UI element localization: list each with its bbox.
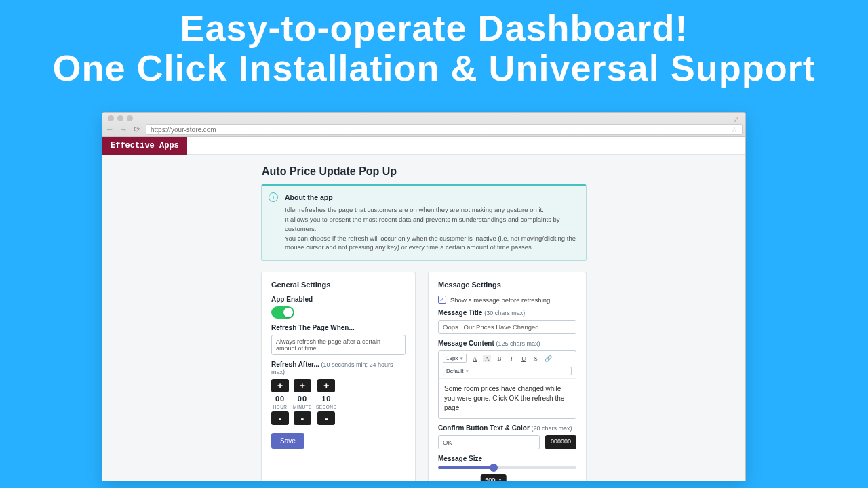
expand-icon[interactable]: ⤢ xyxy=(733,115,741,123)
refresh-after-label: Refresh After... (10 seconds min; 24 hou… xyxy=(271,361,406,375)
slider-thumb[interactable] xyxy=(490,464,498,472)
strike-icon[interactable]: S xyxy=(532,355,540,362)
second-value: 10 xyxy=(321,394,331,403)
highlight-icon[interactable]: A xyxy=(483,355,491,362)
checkbox-icon: ✓ xyxy=(438,296,446,304)
page-title: Auto Price Update Pop Up xyxy=(262,165,745,178)
refresh-when-label: Refresh The Page When... xyxy=(271,324,406,331)
browser-window: ⤢ ← → ⟳ https://your-store.com ☆ Effecti… xyxy=(102,112,746,481)
second-minus-button[interactable]: - xyxy=(317,411,335,425)
underline-icon[interactable]: U xyxy=(519,355,528,362)
hero-line-1: Easy-to-operate Dashboard! xyxy=(0,8,868,48)
italic-icon[interactable]: I xyxy=(507,355,515,362)
second-unit: SECOND xyxy=(316,405,337,409)
link-icon[interactable]: 🔗 xyxy=(544,355,552,362)
forward-icon[interactable]: → xyxy=(119,125,128,134)
font-color-icon[interactable]: A xyxy=(471,355,479,362)
message-title-input[interactable] xyxy=(438,320,576,334)
about-line-3: You can choose if the refresh will occur… xyxy=(285,234,578,253)
slider-tooltip: 500px xyxy=(480,474,507,481)
message-title-label: Message Title (30 chars max) xyxy=(438,309,576,317)
message-settings-card: Message Settings ✓ Show a message before… xyxy=(428,272,587,481)
confirm-label: Confirm Button Text & Color (20 chars ma… xyxy=(438,424,576,432)
second-plus-button[interactable]: + xyxy=(317,379,335,392)
address-url: https://your-store.com xyxy=(151,125,216,134)
brand-chip: Effective Apps xyxy=(102,137,187,155)
minimize-dot[interactable] xyxy=(117,115,123,121)
message-size-slider[interactable]: 500px xyxy=(438,466,576,469)
address-bar[interactable]: https://your-store.com ☆ xyxy=(146,124,743,135)
close-dot[interactable] xyxy=(108,115,114,121)
minute-minus-button[interactable]: - xyxy=(294,411,311,425)
app-topbar: Effective Apps xyxy=(102,137,745,155)
font-family-select[interactable]: Default▾ xyxy=(443,367,572,375)
general-settings-card: General Settings App Enabled Refresh The… xyxy=(261,272,416,481)
minute-plus-button[interactable]: + xyxy=(294,379,311,392)
app-enabled-toggle[interactable] xyxy=(271,306,294,319)
hour-value: 00 xyxy=(275,394,285,403)
about-line-1: Idler refreshes the page that customers … xyxy=(285,205,578,215)
hour-minus-button[interactable]: - xyxy=(271,411,289,425)
rich-text-editor: 18px▾ A A B I U S 🔗 Default▾ S xyxy=(438,350,576,419)
page-content: Auto Price Update Pop Up i About the app… xyxy=(102,155,745,481)
about-heading: About the app xyxy=(285,192,578,203)
bookmark-star-icon[interactable]: ☆ xyxy=(731,125,738,134)
editor-toolbar: 18px▾ A A B I U S 🔗 Default▾ xyxy=(439,351,576,379)
info-icon: i xyxy=(269,192,278,202)
message-size-label: Message Size xyxy=(438,455,576,462)
toggle-knob xyxy=(283,308,293,317)
about-line-2: It allows you to present the most recent… xyxy=(285,215,578,234)
browser-nav: ← → ⟳ https://your-store.com ☆ xyxy=(105,123,743,136)
bold-icon[interactable]: B xyxy=(495,355,503,362)
back-icon[interactable]: ← xyxy=(105,125,115,134)
minute-unit: MINUTE xyxy=(293,405,312,409)
show-message-label: Show a message before refreshing xyxy=(450,296,550,304)
zoom-dot[interactable] xyxy=(127,115,133,121)
reload-icon[interactable]: ⟳ xyxy=(132,125,142,134)
hero-line-2: One Click Installation & Universal Suppo… xyxy=(0,48,868,88)
message-content-label: Message Content (125 chars max) xyxy=(438,340,576,347)
general-heading: General Settings xyxy=(271,281,406,289)
about-banner: i About the app Idler refreshes the page… xyxy=(261,184,587,261)
hour-unit: HOUR xyxy=(273,405,287,409)
hour-plus-button[interactable]: + xyxy=(271,379,289,392)
refresh-when-select[interactable]: Always refresh the page after a certain … xyxy=(271,335,406,355)
message-heading: Message Settings xyxy=(438,281,576,289)
minute-value: 00 xyxy=(298,394,307,403)
browser-chrome: ⤢ ← → ⟳ https://your-store.com ☆ xyxy=(102,113,745,137)
confirm-text-input[interactable] xyxy=(438,435,540,449)
show-message-checkbox[interactable]: ✓ Show a message before refreshing xyxy=(438,296,576,304)
hero-banner: Easy-to-operate Dashboard! One Click Ins… xyxy=(0,0,868,89)
caret-icon: ▾ xyxy=(460,356,463,361)
page-viewport: Effective Apps Auto Price Update Pop Up … xyxy=(102,137,745,481)
window-controls[interactable] xyxy=(108,115,133,121)
confirm-color-button[interactable]: 000000 xyxy=(545,435,576,449)
time-picker: + 00 HOUR - + 00 MINUTE - + xyxy=(271,379,406,425)
editor-body[interactable]: Some room prices have changed while you … xyxy=(439,379,576,418)
general-save-button[interactable]: Save xyxy=(271,433,304,449)
caret-icon: ▾ xyxy=(466,369,469,374)
font-size-select[interactable]: 18px▾ xyxy=(443,354,467,363)
app-enabled-label: App Enabled xyxy=(271,296,406,303)
